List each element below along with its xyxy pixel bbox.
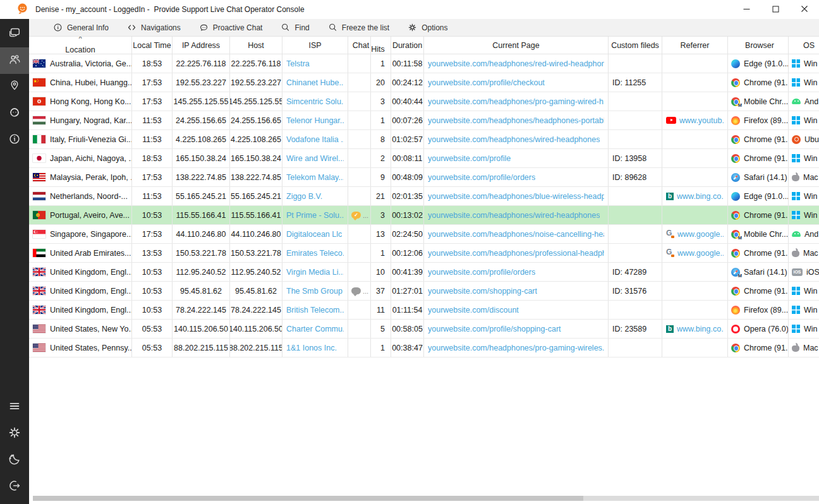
sidebar-item-logout[interactable] xyxy=(0,474,29,500)
toolbar-button-find[interactable]: Find xyxy=(281,23,309,32)
horizontal-scrollbar[interactable] xyxy=(33,496,819,501)
scrollbar-thumb[interactable] xyxy=(33,496,583,501)
current-page-link[interactable]: yourwebsite.com/shopping-cart xyxy=(428,287,537,296)
isp-link[interactable]: Simcentric Solu... xyxy=(286,97,344,106)
toolbar-button-proactive-chat[interactable]: Proactive Chat xyxy=(199,23,263,32)
current-page-link[interactable]: yourwebsite.com/headphones/red-wired-hea… xyxy=(428,59,604,68)
column-header-chat[interactable]: Chat xyxy=(348,37,371,54)
sidebar-item-visitors[interactable] xyxy=(0,47,29,74)
isp-link[interactable]: Ziggo B.V. xyxy=(286,192,322,201)
column-header-ip-address[interactable]: IP Address xyxy=(173,37,230,54)
visitor-row[interactable]: Japan, Aichi, Nagoya, ...18:53165.150.38… xyxy=(29,149,819,168)
cell-duration: 00:24:12 xyxy=(391,73,424,92)
current-page-link[interactable]: yourwebsite.com/headphones/headphones-po… xyxy=(428,116,604,125)
current-page-link[interactable]: yourwebsite.com/profile/orders xyxy=(428,173,535,182)
cell-os: Ubu xyxy=(789,130,819,148)
current-page-link[interactable]: yourwebsite.com/profile/orders xyxy=(428,268,535,277)
column-header-isp[interactable]: ISP xyxy=(282,37,348,54)
sidebar-item-menu[interactable] xyxy=(0,394,29,421)
referrer-link[interactable]: www.bing.co... xyxy=(677,325,724,333)
current-page-link[interactable]: yourwebsite.com/profile/shopping-cart xyxy=(428,325,561,333)
visitor-row[interactable]: China, Hubei, Huangg...17:53192.55.23.22… xyxy=(29,73,819,92)
sidebar-item-operator[interactable] xyxy=(0,100,29,127)
visitor-row[interactable]: Hong Kong, Hong Ko...17:53145.255.125.55… xyxy=(29,92,819,111)
column-header-os[interactable]: OS xyxy=(789,37,819,54)
sidebar-item-away-mode[interactable] xyxy=(0,447,29,474)
current-page-link[interactable]: yourwebsite.com/discount xyxy=(428,306,519,315)
isp-link[interactable]: Telenor Hungar... xyxy=(286,116,344,125)
column-header-referrer[interactable]: Referrer xyxy=(662,37,728,54)
sidebar-item-settings[interactable] xyxy=(0,421,29,447)
cell-hits: 2 xyxy=(371,149,391,167)
isp-link[interactable]: Telekom Malay... xyxy=(286,173,344,182)
column-header-label: Current Page xyxy=(492,41,539,50)
sidebar-item-chats[interactable] xyxy=(0,21,29,47)
cell-os: And xyxy=(789,92,819,111)
sidebar-item-info[interactable] xyxy=(0,127,29,153)
minimize-button[interactable] xyxy=(732,0,761,19)
isp-link[interactable]: 1&1 Ionos Inc. xyxy=(286,344,337,352)
current-page-link[interactable]: yourwebsite.com/headphones/blue-wireless… xyxy=(428,192,604,201)
column-header-custom-fileds[interactable]: Custom fileds xyxy=(609,37,662,54)
visitor-row[interactable]: Malaysia, Perak, Ipoh, ...17:53138.222.7… xyxy=(29,168,819,187)
visitor-row[interactable]: United Kingdom, Engl...10:5395.45.81.629… xyxy=(29,282,819,301)
isp-link[interactable]: Chinanet Hube... xyxy=(286,78,344,87)
visitor-row[interactable]: United Kingdom, Engl...10:5378.24.222.14… xyxy=(29,301,819,320)
isp-link[interactable]: Pt Prime - Solu... xyxy=(286,211,344,220)
visitor-row[interactable]: Hungary, Nograd, Kar...11:5324.255.156.6… xyxy=(29,111,819,130)
isp-link[interactable]: British Telecom... xyxy=(286,306,344,315)
isp-link[interactable]: Charter Commu... xyxy=(286,325,344,333)
referrer-link[interactable]: www.google... xyxy=(677,249,724,258)
referrer-link[interactable]: www.youtub... xyxy=(679,116,724,125)
visitor-row[interactable]: Italy, Friuli-Venezia Gi...11:534.225.10… xyxy=(29,130,819,149)
isp-link[interactable]: Digitalocean Llc xyxy=(286,230,342,239)
visitor-row[interactable]: Singapore, Singapore...17:5344.110.246.8… xyxy=(29,225,819,244)
cell-os: Win xyxy=(789,73,819,92)
column-header-label: Duration xyxy=(392,41,422,50)
cell-isp: Telstra xyxy=(282,54,348,73)
visitor-row[interactable]: Portugal, Aveiro, Ave...10:53115.55.166.… xyxy=(29,206,819,225)
visitor-row[interactable]: United States, Pennsy...05:5388.202.215.… xyxy=(29,339,819,357)
isp-link[interactable]: Wire and Wirel... xyxy=(286,154,344,163)
isp-link[interactable]: Emirates Teleco... xyxy=(286,249,344,258)
window-title: Denise - my_account - LoggedIn - Provide… xyxy=(35,5,305,14)
isp-link[interactable]: Vodafone Italia ... xyxy=(286,135,344,144)
close-button[interactable] xyxy=(790,0,819,19)
cell-current-page: yourwebsite.com/headphones/red-wired-hea… xyxy=(424,54,609,73)
visitor-row[interactable]: United Arab Emirates...13:53150.53.221.7… xyxy=(29,244,819,263)
current-page-link[interactable]: yourwebsite.com/headphones/wired-headpho… xyxy=(428,211,600,220)
toolbar-button-freeze-the-list[interactable]: Freeze the list xyxy=(328,23,389,32)
column-header-local-time[interactable]: Local Time xyxy=(132,37,173,54)
current-page-link[interactable]: yourwebsite.com/profile/checkout xyxy=(428,78,545,87)
current-page-link[interactable]: yourwebsite.com/headphones/noise-cancell… xyxy=(428,230,604,239)
toolbar-button-options[interactable]: Options xyxy=(408,23,447,32)
column-header-host[interactable]: Host xyxy=(230,37,282,54)
column-header-current-page[interactable]: Current Page xyxy=(424,37,609,54)
sidebar-item-geo-location[interactable] xyxy=(0,74,29,100)
current-page-link[interactable]: yourwebsite.com/headphones/professional-… xyxy=(428,249,604,258)
isp-link[interactable]: Virgin Media Li... xyxy=(286,268,344,277)
toolbar-button-navigations[interactable]: Navigations xyxy=(127,23,181,32)
column-header-hits[interactable]: Hits xyxy=(371,37,391,54)
column-header-browser[interactable]: Browser xyxy=(728,37,789,54)
column-header-duration[interactable]: Duration xyxy=(391,37,424,54)
cell-location: United States, New Yo... xyxy=(29,320,132,338)
visitor-row[interactable]: Netherlands, Noord-...11:5355.165.245.21… xyxy=(29,187,819,206)
visitor-row[interactable]: United Kingdom, Engl...10:53112.95.240.5… xyxy=(29,263,819,282)
current-page-link[interactable]: yourwebsite.com/headphones/pro-gaming-wi… xyxy=(428,97,604,106)
visitor-row[interactable]: Australia, Victoria, Ge...18:5322.225.76… xyxy=(29,54,819,73)
toolbar-button-general-info[interactable]: General Info xyxy=(53,23,109,32)
visitor-location: Netherlands, Noord-... xyxy=(50,192,128,201)
referrer-link[interactable]: www.bing.co... xyxy=(677,192,724,201)
isp-link[interactable]: The Smb Group xyxy=(286,287,343,296)
windows-10-icon xyxy=(792,59,800,68)
visitor-row[interactable]: United States, New Yo...05:53140.115.206… xyxy=(29,320,819,339)
current-page-link[interactable]: yourwebsite.com/headphones/pro-gaming-wi… xyxy=(428,344,604,352)
maximize-button[interactable] xyxy=(761,0,790,19)
current-page-link[interactable]: yourwebsite.com/headphones/wired-headpho… xyxy=(428,135,600,144)
referrer-link[interactable]: www.google... xyxy=(677,230,724,239)
column-header-location[interactable]: ^Location xyxy=(29,37,132,54)
toolbar-button-label: Navigations xyxy=(141,23,181,32)
current-page-link[interactable]: yourwebsite.com/profile xyxy=(428,154,511,163)
isp-link[interactable]: Telstra xyxy=(286,59,310,68)
